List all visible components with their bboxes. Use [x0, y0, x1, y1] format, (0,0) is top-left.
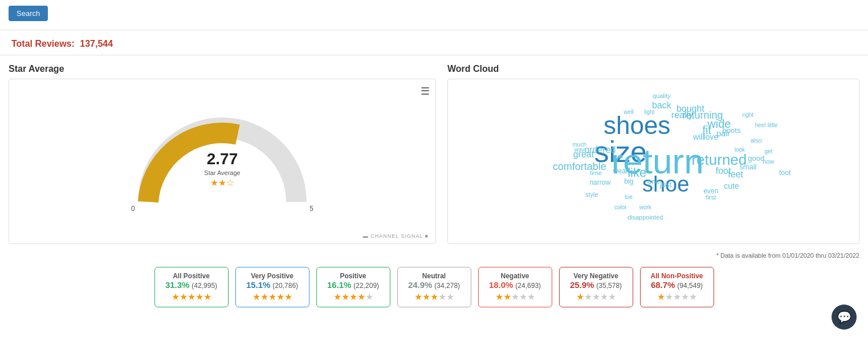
sentiment-pct: 24.9% (34,278): [406, 280, 463, 290]
word-cloud-word: big: [624, 178, 633, 185]
word-cloud-word: light: [644, 109, 654, 115]
gauge-stars: ★★☆: [204, 177, 240, 188]
word-cloud-word: narrow: [589, 179, 610, 186]
sentiment-row: All Positive 31.3% (42,995) ★★★★★ Very P…: [0, 261, 868, 316]
word-cloud-word: will: [693, 133, 704, 141]
sentiment-pct: 25.9% (35,578): [568, 280, 625, 290]
word-cloud-inner: sizereturnshoesshoereturnedfitcomfortabl…: [448, 79, 859, 243]
word-cloud-word: disappointed: [627, 214, 663, 220]
sentiment-title: Negative: [487, 272, 544, 280]
star-average-title: Star Average: [9, 64, 436, 74]
main-sections: Star Average ☰ 2.77 Star Average ★★☆ 0 5: [0, 58, 868, 250]
top-bar: Search: [0, 0, 868, 27]
word-cloud-word: shoes: [604, 113, 670, 138]
channel-signal-branding: ▬ CHANNEL SIGNAL ■: [363, 233, 429, 239]
sentiment-pct: 16.1% (22,209): [325, 280, 382, 290]
sentiment-box[interactable]: All Non-Positive 68.7% (94,549) ★★★★★: [640, 267, 714, 307]
sentiment-title: All Positive: [163, 272, 220, 280]
word-cloud-word: quality: [653, 92, 671, 99]
sentiment-pct: 18.0% (24,693): [487, 280, 544, 290]
gauge-label: Star Average: [204, 169, 240, 176]
word-cloud-word: heel: [755, 123, 766, 128]
word-cloud-word: small: [739, 163, 756, 170]
sentiment-box[interactable]: Positive 16.1% (22,209) ★★★★★: [316, 267, 390, 307]
word-cloud-word: toe: [625, 194, 633, 200]
word-cloud-word: bought: [677, 104, 704, 113]
sentiment-box[interactable]: Very Positive 15.1% (20,786) ★★★★★: [235, 267, 309, 307]
word-cloud-word: well: [624, 109, 634, 115]
sentiment-title: Neutral: [406, 272, 463, 280]
word-cloud-word: work: [639, 205, 651, 210]
word-cloud-word: way: [574, 147, 585, 153]
gauge-center-text: 2.77 Star Average ★★☆: [204, 150, 240, 188]
sentiment-stars: ★★★★★: [325, 291, 382, 302]
gauge-value: 2.77: [204, 150, 240, 168]
sentiment-count: (24,693): [515, 282, 541, 290]
sentiment-count: (22,209): [353, 282, 379, 290]
sentiment-pct: 68.7% (94,549): [649, 280, 706, 290]
word-cloud-word: boots: [723, 127, 741, 134]
sentiment-box[interactable]: All Positive 31.3% (42,995) ★★★★★: [154, 267, 229, 307]
word-cloud-word: right: [743, 112, 753, 118]
word-cloud-word: cute: [724, 182, 739, 190]
word-cloud-word: color: [614, 205, 627, 210]
word-cloud-word: also: [751, 137, 762, 143]
word-cloud-container: sizereturnshoesshoereturnedfitcomfortabl…: [447, 79, 859, 244]
divider-2: [0, 55, 868, 55]
sentiment-stars: ★★★★★: [163, 291, 220, 302]
sentiment-pct: 15.1% (20,786): [244, 280, 301, 290]
sentiment-stars: ★★★★★: [406, 291, 463, 302]
sentiment-box[interactable]: Neutral 24.9% (34,278) ★★★★★: [397, 267, 471, 307]
sentiment-count: (35,578): [596, 282, 622, 290]
sentiment-box[interactable]: Very Negative 25.9% (35,578) ★★★★★: [559, 267, 633, 307]
sentiment-title: All Non-Positive: [649, 272, 706, 280]
total-label: Total Reviews:: [11, 39, 75, 48]
sentiment-count: (20,786): [272, 282, 298, 290]
total-value: 137,544: [80, 39, 113, 48]
data-note: * Data is available from 01/01/2020 thru…: [0, 250, 868, 261]
scale-min: 0: [131, 205, 135, 213]
sentiment-count: (34,278): [434, 282, 460, 290]
word-cloud-word: look: [735, 147, 745, 153]
word-cloud-word: first: [706, 194, 716, 201]
word-cloud-word: now: [763, 159, 774, 165]
word-cloud-word: little: [768, 123, 778, 128]
sentiment-count: (42,995): [191, 282, 217, 290]
word-cloud-word: time: [590, 170, 602, 176]
sentiment-stars: ★★★★★: [487, 291, 544, 302]
sentiment-box[interactable]: Negative 18.0% (24,693) ★★★★★: [478, 267, 552, 307]
sentiment-pct: 31.3% (42,995): [163, 280, 220, 290]
sentiment-stars: ★★★★★: [568, 291, 625, 302]
scale-max: 5: [309, 205, 313, 213]
sentiment-title: Positive: [325, 272, 382, 280]
star-average-section: Star Average ☰ 2.77 Star Average ★★☆ 0 5: [9, 64, 436, 244]
search-button[interactable]: Search: [9, 6, 48, 21]
word-cloud-word: back: [652, 101, 671, 110]
word-cloud-word: get: [764, 149, 772, 155]
total-reviews: Total Reviews: 137,544: [0, 33, 868, 52]
word-cloud-title: Word Cloud: [447, 64, 859, 74]
sentiment-title: Very Negative: [568, 272, 625, 280]
gauge-wrapper: 2.77 Star Average ★★☆ 0 5: [15, 85, 430, 238]
sentiment-stars: ★★★★★: [244, 291, 301, 302]
word-cloud-word: style: [585, 191, 598, 197]
word-cloud-word: wear: [613, 168, 628, 174]
word-cloud-word: foot: [716, 167, 731, 176]
gauge-container: ☰ 2.77 Star Average ★★☆ 0 5 ▬ CH: [9, 79, 436, 244]
gauge-scale: 0 5: [131, 205, 313, 213]
word-cloud-word: returned: [691, 152, 747, 167]
word-cloud-word: just: [660, 181, 671, 188]
sentiment-count: (94,549): [677, 282, 703, 290]
sentiment-title: Very Positive: [244, 272, 301, 280]
word-cloud-section: Word Cloud sizereturnshoesshoereturnedfi…: [447, 64, 859, 244]
sentiment-stars: ★★★★★: [649, 291, 706, 302]
divider-1: [0, 30, 868, 30]
word-cloud-word: toot: [779, 169, 790, 176]
word-cloud-word: one: [647, 177, 660, 185]
word-cloud-word: good: [748, 155, 764, 162]
